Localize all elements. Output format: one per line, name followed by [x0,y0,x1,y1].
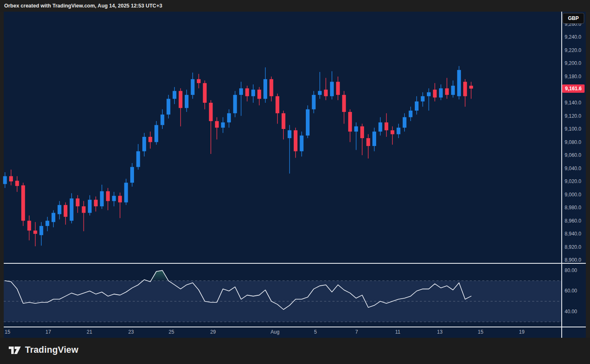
price-tick-label: 9,020.0 [565,178,585,184]
down-candle [258,89,261,99]
time-tick-label: 15 [471,329,490,335]
time-tick-label: 25 [162,329,181,335]
up-candle [191,79,195,95]
tradingview-logo-text: TradingView [25,345,78,355]
tradingview-logo[interactable]: TradingView [8,345,78,355]
down-candle [64,205,67,217]
up-candle [173,91,176,99]
down-candle [106,191,110,201]
price-tick-label: 8,980.0 [565,205,585,210]
down-candle [270,79,273,96]
up-candle [130,167,134,183]
chart-region[interactable]: 151721232529Aug5711131519 9,161.6 9,260.… [0,12,590,338]
up-candle [330,82,334,97]
down-candle [336,82,340,95]
time-tick-label: 5 [306,329,325,335]
up-candle [40,226,43,235]
up-candle [57,205,61,214]
up-candle [379,122,382,131]
rsi-pane[interactable] [0,264,562,327]
price-tick-label: 9,040.0 [565,166,585,171]
time-tick-label: 23 [122,329,140,335]
title-bar: Orbex created with TradingView.com, Aug … [0,0,590,12]
down-candle [9,176,13,181]
footer-bar: TradingView [0,338,590,364]
tradingview-chart-screenshot: Orbex created with TradingView.com, Aug … [0,0,590,364]
down-candle [149,137,152,142]
up-candle [88,200,92,213]
up-candle [318,91,322,95]
up-candle [457,70,461,96]
up-candle [70,198,74,221]
down-candle [282,113,285,129]
price-tick-label: 9,080.0 [565,139,585,145]
up-candle [124,183,128,202]
price-tick-label: 9,240.0 [565,34,585,40]
last-price-badge: 9,161.6 [562,84,585,93]
price-axis-separator [561,12,562,338]
up-candle [421,96,424,102]
up-candle [221,122,225,128]
time-tick-label: 15 [0,329,17,335]
down-candle [469,86,473,89]
down-candle [384,122,388,130]
down-candle [82,206,86,213]
up-candle [306,109,310,136]
down-candle [203,83,207,103]
down-candle [433,89,437,97]
up-candle [227,113,231,122]
up-candle [166,99,170,115]
time-tick-label: 13 [431,329,449,335]
down-candle [367,138,370,146]
time-tick-label: 17 [39,329,57,335]
time-tick-label: 19 [513,329,531,335]
indicator-bottom-separator[interactable] [4,327,586,327]
time-tick-label: 21 [80,329,99,335]
down-candle [391,130,394,134]
rsi-tick-label: 80.00 [565,267,585,273]
up-candle [427,92,431,96]
price-tick-label: 9,000.0 [565,192,585,198]
time-tick-label: 7 [347,329,366,335]
up-candle [439,88,443,97]
up-candle [100,191,104,206]
up-candle [239,88,243,95]
up-candle [372,131,376,146]
down-candle [118,196,122,203]
down-candle [215,121,219,128]
down-candle [324,89,328,96]
up-candle [451,86,455,95]
price-tick-label: 8,920.0 [565,244,585,250]
price-tick-label: 9,220.0 [565,47,585,53]
price-tick-label: 9,120.0 [565,113,585,119]
price-pane[interactable] [0,12,562,263]
currency-button[interactable]: GBP [563,13,584,24]
up-candle [354,126,358,132]
up-candle [112,196,116,201]
down-candle [348,112,352,131]
down-candle [445,88,449,95]
up-candle [154,125,158,142]
time-axis[interactable]: 151721232529Aug5711131519 [0,327,562,338]
up-candle [52,213,55,222]
down-candle [360,126,364,138]
price-tick-label: 8,940.0 [565,231,585,237]
down-candle [15,181,19,186]
up-candle [403,117,407,128]
down-candle [21,186,25,221]
up-candle [136,151,140,167]
price-tick-label: 9,180.0 [565,74,585,79]
time-tick-label: 11 [389,329,407,335]
price-axis[interactable]: 9,161.6 9,260.09,240.09,220.09,200.09,18… [562,12,586,338]
price-tick-label: 9,200.0 [565,60,585,66]
up-candle [263,79,267,99]
up-candle [312,95,316,109]
up-candle [415,102,419,111]
price-tick-label: 8,900.0 [565,257,585,263]
pane-separator[interactable] [4,263,586,264]
price-tick-label: 8,960.0 [565,218,585,224]
down-candle [209,103,213,121]
price-tick-label: 9,060.0 [565,152,585,158]
up-candle [3,176,7,184]
up-candle [45,221,49,226]
